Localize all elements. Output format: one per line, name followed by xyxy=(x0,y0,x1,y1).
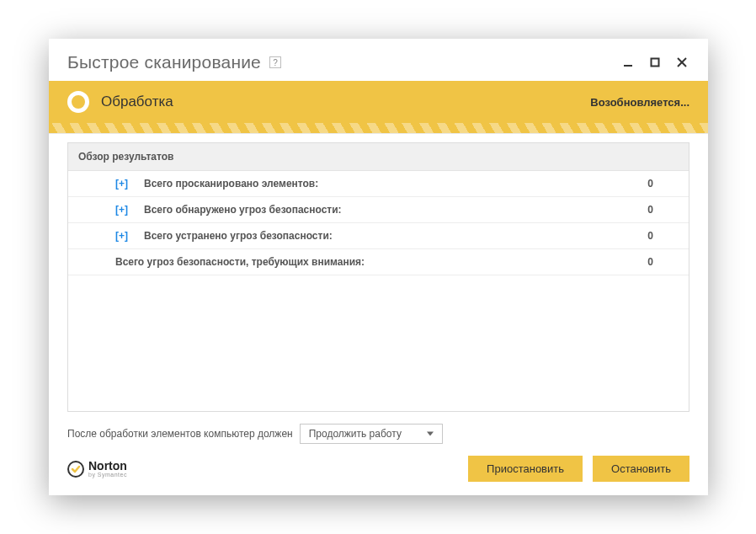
norton-check-icon xyxy=(67,461,84,478)
stop-button[interactable]: Остановить xyxy=(593,456,689,482)
row-label: Всего угроз безопасности, требующих вним… xyxy=(115,256,365,268)
close-button[interactable] xyxy=(674,55,689,70)
footer: Norton by Symantec Приостановить Останов… xyxy=(49,449,708,495)
results-row-threats-attention: Всего угроз безопасности, требующих вним… xyxy=(68,249,689,275)
post-scan-action-label: После обработки элементов компьютер долж… xyxy=(67,428,293,440)
results-row-threats-resolved: [+] Всего устранено угроз безопасности: … xyxy=(68,223,689,249)
window-title: Быстрое сканирование xyxy=(67,52,261,72)
row-value: 0 xyxy=(647,230,653,242)
results-row-threats-found: [+] Всего обнаружено угроз безопасности:… xyxy=(68,197,689,223)
expand-icon[interactable]: [+] xyxy=(115,230,136,242)
row-value: 0 xyxy=(647,178,653,190)
status-label: Обработка xyxy=(101,93,173,110)
expand-icon[interactable]: [+] xyxy=(115,204,136,216)
results-panel: Обзор результатов [+] Всего просканирова… xyxy=(67,142,689,412)
row-label: Всего обнаружено угроз безопасности: xyxy=(144,204,342,216)
titlebar: Быстрое сканирование ? xyxy=(49,39,708,81)
action-buttons: Приостановить Остановить xyxy=(468,456,689,482)
progress-ring-icon xyxy=(67,91,89,113)
row-label: Всего устранено угроз безопасности: xyxy=(144,230,333,242)
norton-logo: Norton by Symantec xyxy=(67,460,127,478)
post-scan-action-row: После обработки элементов компьютер долж… xyxy=(67,412,689,449)
results-row-scanned: [+] Всего просканировано элементов: 0 xyxy=(68,171,689,197)
post-scan-action-select[interactable]: Продолжить работу xyxy=(300,424,443,444)
logo-subtitle: by Symantec xyxy=(88,472,127,478)
row-value: 0 xyxy=(647,204,653,216)
pause-button[interactable]: Приостановить xyxy=(468,456,583,482)
results-header: Обзор результатов xyxy=(68,143,689,171)
progress-stripes xyxy=(49,123,708,134)
expand-icon[interactable]: [+] xyxy=(115,178,136,190)
content-area: Обзор результатов [+] Всего просканирова… xyxy=(49,134,708,449)
window-controls xyxy=(620,55,689,70)
select-value: Продолжить работу xyxy=(309,428,402,440)
maximize-button[interactable] xyxy=(647,55,663,70)
help-button[interactable]: ? xyxy=(269,56,281,68)
logo-name: Norton xyxy=(88,460,127,472)
scan-window: Быстрое сканирование ? Обработка Возобно… xyxy=(49,39,708,495)
status-right-text: Возобновляется... xyxy=(590,96,689,109)
row-value: 0 xyxy=(647,256,653,268)
logo-text: Norton by Symantec xyxy=(88,460,127,478)
status-bar: Обработка Возобновляется... xyxy=(49,81,708,123)
minimize-button[interactable] xyxy=(620,55,636,70)
svg-rect-1 xyxy=(652,59,659,67)
row-label: Всего просканировано элементов: xyxy=(144,178,318,190)
